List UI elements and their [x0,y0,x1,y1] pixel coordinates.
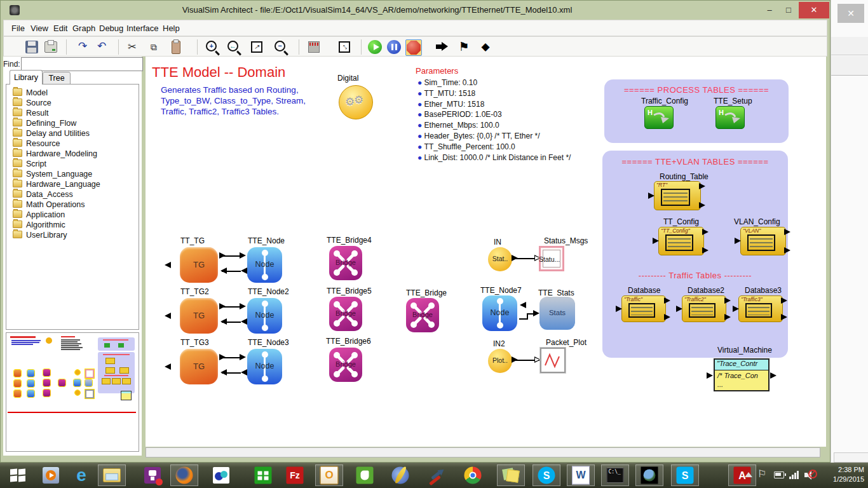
save-icon[interactable] [24,39,39,55]
tree-item-result[interactable]: Result [13,108,48,118]
tt-tg3-block[interactable]: TG [180,349,218,384]
maximize-button[interactable]: □ [780,4,797,18]
spheres-app-icon[interactable] [207,464,235,486]
canvas-horizontal-scrollbar[interactable] [146,447,820,458]
in2-block[interactable]: Plot.. [488,349,512,373]
skype2-icon[interactable]: S [671,464,699,486]
tree-item-system-language[interactable]: System_Language [13,169,92,179]
run-icon[interactable] [367,39,383,55]
tree-item-resource[interactable]: Resource [13,139,60,149]
globe-feather-app-icon[interactable] [386,464,414,486]
zoom-original-icon[interactable]: ← [226,39,241,55]
tray-clock-date[interactable]: 1/29/2015 [822,475,864,483]
tray-show-hidden-icon[interactable] [745,472,752,477]
paste-icon[interactable] [168,39,183,55]
in-block[interactable]: Stat.. [488,247,512,271]
menu-debug[interactable]: Debug [99,24,123,33]
menu-edit[interactable]: Edit [53,24,67,33]
status-msgs-block[interactable]: Statu... [539,246,564,271]
tte-setup-block[interactable]: H [715,106,745,129]
chrome-icon[interactable] [459,464,487,486]
tte-bridge-block[interactable]: Bridge [406,298,439,332]
word-icon[interactable]: W [567,464,595,486]
tray-flag-icon[interactable]: ⚐ [757,468,766,480]
packet-plot-block[interactable] [540,348,566,373]
vlan-config-block[interactable]: "VLAN" [740,227,786,255]
background-window-close-icon[interactable]: ✕ [837,4,864,23]
tte-stats-block[interactable]: Stats [539,297,575,330]
menu-file[interactable]: File [11,24,25,33]
filezilla-icon[interactable]: Fz [281,464,309,486]
tree-item-defining-flow[interactable]: Defining_Flow [13,118,76,128]
model-canvas[interactable]: TTE Model -- Domain Generates Traffic ba… [146,57,826,447]
tree-item-delay-utilities[interactable]: Delay and Utilities [13,128,90,139]
final-diamond-icon[interactable]: ◆ [478,39,493,55]
go-to-icon[interactable] [435,39,450,55]
arrows-app-icon[interactable] [422,464,450,486]
tab-tree[interactable]: Tree [43,72,71,85]
zoom-fit-icon[interactable]: ↗ [249,39,264,55]
tt-tg-block[interactable]: TG [180,247,218,283]
redo-icon[interactable]: ↷ [75,39,90,55]
outlook-icon[interactable]: O [315,464,343,486]
tab-library[interactable]: Library [10,70,43,85]
tree-item-data-access[interactable]: Data_Access [13,189,73,200]
file-explorer-icon[interactable] [98,464,126,486]
routing-table-block[interactable]: "RT" [654,181,701,210]
tree-item-hardware-language[interactable]: Hardware_Language [13,179,100,189]
tray-clock-time[interactable]: 2:38 PM [822,466,864,473]
pause-icon[interactable] [386,39,402,55]
tree-item-math-operations[interactable]: Math Operations [13,200,85,210]
database2-block[interactable]: "Traffic2" [682,295,726,322]
menu-view[interactable]: View [31,24,48,33]
tree-item-hardware-modeling[interactable]: Hardware_Modeling [13,149,97,159]
tte-node3-block[interactable]: Node [247,349,282,384]
tree-item-application[interactable]: Application [13,210,65,220]
skype-icon[interactable]: S [532,464,560,486]
title-bar[interactable]: VisualSim Architect - file:/E:/Oct1/Visu… [1,1,830,20]
camera-app-icon[interactable] [139,464,166,486]
model-navigator-thumbnail[interactable] [6,332,139,452]
menu-help[interactable]: Help [163,24,180,33]
sticky-notes-icon[interactable] [497,464,525,486]
tte-bridge5-block[interactable]: Bridge [329,297,362,331]
tray-network-icon[interactable] [789,470,801,479]
database-block[interactable]: "Traffic" [621,295,666,322]
tree-item-algorithmic[interactable]: Algorithmic [13,220,65,230]
listen-to-actor-icon[interactable] [306,39,322,55]
background-window-scrollbar[interactable] [834,452,868,463]
minimize-button[interactable]: – [761,4,778,18]
tray-battery-icon[interactable] [774,471,784,478]
tree-item-userlibrary[interactable]: UserLibrary [13,230,67,240]
earth-app-icon[interactable] [635,464,663,486]
tte-node2-block[interactable]: Node [247,298,282,334]
tray-volume-muted-icon[interactable] [804,469,817,480]
zoom-in-icon[interactable]: + [205,39,220,55]
zoom-out-icon[interactable]: − [273,39,288,55]
cut-icon[interactable]: ✂ [125,39,140,55]
menu-graph[interactable]: Graph [72,24,95,33]
tree-item-script[interactable]: Script [13,159,46,169]
windows-store-icon[interactable] [249,464,277,486]
find-input[interactable] [21,57,143,71]
tte-node7-block[interactable]: Node [482,295,517,331]
traffic-config-block[interactable]: H [644,106,674,129]
internet-explorer-icon[interactable]: e [67,464,95,486]
tt-config-block[interactable]: "TT_Config" [658,227,704,255]
database3-block[interactable]: "Traffic3" [738,295,783,322]
close-button[interactable]: ✕ [799,2,829,18]
print-icon[interactable] [43,39,58,55]
tte-bridge4-block[interactable]: Bridge [329,246,362,280]
digital-block[interactable]: ⚙ ⚙ [339,85,373,119]
virtual-machine-block[interactable]: "Trace_Contr /* Trace_Con ... [714,358,770,391]
undo-icon[interactable]: ↶ [94,39,109,55]
breakpoint-flag-icon[interactable]: ⚑ [456,39,471,55]
command-prompt-icon[interactable]: C:\_ [601,464,629,486]
tt-tg2-block[interactable]: TG [180,298,218,334]
start-button[interactable] [4,464,32,486]
menu-interface[interactable]: Interface [126,24,159,33]
tte-node-block[interactable]: Node [247,247,282,283]
tree-item-source[interactable]: Source [13,98,51,108]
stop-icon[interactable] [405,39,422,56]
copy-icon[interactable]: ⧉ [146,39,161,55]
